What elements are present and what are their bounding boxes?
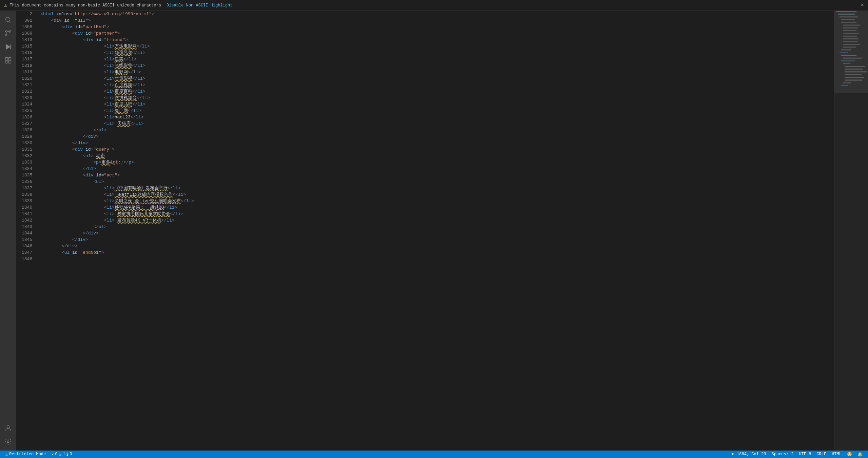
activity-source-control[interactable] xyxy=(2,27,14,39)
svg-point-11 xyxy=(7,426,9,428)
code-line: <li>尖叫之夜-全Live交互演唱会发布</li> xyxy=(40,198,834,204)
code-line: <li>移动APP格局： 超过QQ</li> xyxy=(40,204,834,211)
info-count: 0 xyxy=(70,452,72,457)
warnings-icon: ⚠ xyxy=(59,452,61,457)
notifications-button[interactable]: 🔔 xyxy=(855,451,865,458)
svg-rect-10 xyxy=(8,61,11,63)
restricted-mode-warning-icon: ⚠ xyxy=(5,452,8,457)
line-num: 1820 xyxy=(22,75,32,82)
activity-search[interactable] xyxy=(2,14,14,26)
minimap[interactable] xyxy=(834,11,868,451)
code-line: <li>星美</li> xyxy=(40,56,834,62)
line-num: 1829 xyxy=(22,133,32,140)
code-line: <li>百度百科</li> xyxy=(40,88,834,95)
code-line: <h1> 动态 xyxy=(40,153,834,159)
code-line: <div id="partEnd"> xyxy=(40,24,834,30)
disable-non-ascii-link[interactable]: Disable Non ASCII Highlight xyxy=(167,3,232,8)
code-line: <p>更多&gt;;</p> xyxy=(40,159,834,166)
info-icon: ℹ xyxy=(66,452,68,457)
warnings-count: 1 xyxy=(63,452,65,457)
code-line: </div> xyxy=(40,133,834,140)
code-line: <li>电影网</li> xyxy=(40,69,834,75)
code-line: <li>《中国有嘻哈》发布会举行</li> xyxy=(40,185,834,191)
warning-icon: ⚠ xyxy=(4,2,7,8)
code-content: 2 301 1808 1809 1813 1815 1816 1817 1818… xyxy=(16,11,834,262)
restricted-mode-label: Restricted Mode xyxy=(9,452,46,457)
code-line: </div> xyxy=(40,230,834,236)
code-line: <li>光线影业</li> xyxy=(40,62,834,69)
notification-close-button[interactable]: × xyxy=(861,2,864,8)
code-line: <li> 发布首款4K VR一体机</li> xyxy=(40,217,834,224)
activity-settings[interactable] xyxy=(2,436,14,448)
svg-rect-7 xyxy=(5,58,8,60)
line-num: 1842 xyxy=(22,217,32,224)
line-num: 1835 xyxy=(22,172,32,178)
line-num: 1834 xyxy=(22,166,32,172)
cursor-position[interactable]: Ln 1884, Col 29 xyxy=(727,451,769,458)
feedback-button[interactable]: 😊 xyxy=(844,451,855,458)
code-line: </ul> xyxy=(40,224,834,230)
activity-extensions[interactable] xyxy=(2,54,14,66)
line-num: 1840 xyxy=(22,204,32,211)
svg-point-2 xyxy=(5,31,7,32)
svg-rect-9 xyxy=(5,61,8,63)
activity-run[interactable] xyxy=(2,41,14,53)
svg-rect-8 xyxy=(8,58,11,60)
code-line: <li>央广网</li> xyxy=(40,108,834,114)
code-line: <div id="partner"> xyxy=(40,30,834,37)
editor-container: 2 301 1808 1809 1813 1815 1816 1817 1818… xyxy=(0,11,868,451)
line-num: 301 xyxy=(22,17,32,24)
line-num: 1839 xyxy=(22,198,32,204)
line-num: 1809 xyxy=(22,30,32,37)
activity-bar xyxy=(0,11,16,451)
code-line xyxy=(40,256,834,262)
line-numbers: 2 301 1808 1809 1813 1815 1816 1817 1818… xyxy=(16,11,38,262)
code-editor[interactable]: 2 301 1808 1809 1813 1815 1816 1817 1818… xyxy=(16,11,834,451)
minimap-content xyxy=(834,11,868,451)
svg-line-1 xyxy=(9,21,11,22)
line-num: 1818 xyxy=(22,62,32,69)
line-num: 1838 xyxy=(22,191,32,198)
line-num: 1828 xyxy=(22,127,32,133)
line-num: 1836 xyxy=(22,178,32,185)
line-num: 1813 xyxy=(22,37,32,43)
code-line: <li>百度视频</li> xyxy=(40,82,834,88)
line-num: 1819 xyxy=(22,69,32,75)
encoding[interactable]: UTF-8 xyxy=(796,451,814,458)
indentation[interactable]: Spaces: 2 xyxy=(769,451,796,458)
errors-icon: ✕ xyxy=(51,452,54,457)
notification-message: This document contains many non-basic AS… xyxy=(9,3,161,8)
line-num: 1816 xyxy=(22,50,32,56)
line-num: 1846 xyxy=(22,243,32,249)
code-line: <ul id="endNo1"> xyxy=(40,249,834,256)
code-line: <li>百度貼吧</li> xyxy=(40,101,834,108)
restricted-mode-indicator[interactable]: ⚠ Restricted Mode xyxy=(3,451,49,458)
line-num: 1841 xyxy=(22,211,32,217)
code-line: <li>华谊兄弟</li> xyxy=(40,50,834,56)
line-num: 1826 xyxy=(22,114,32,120)
svg-marker-5 xyxy=(6,44,11,50)
line-num: 1848 xyxy=(22,256,32,262)
activity-account[interactable] xyxy=(2,422,14,434)
line-num: 1822 xyxy=(22,88,32,95)
code-line: <div id="query"> xyxy=(40,146,834,153)
line-ending[interactable]: CRLF xyxy=(814,451,829,458)
code-line: <div id="friend"> xyxy=(40,37,834,43)
code-line: </ul> xyxy=(40,127,834,133)
language-mode[interactable]: HTML xyxy=(829,451,844,458)
editor-area: 2 301 1808 1809 1813 1815 1816 1817 1818… xyxy=(16,11,868,451)
line-num: 1825 xyxy=(22,108,32,114)
code-line: <div id="act"> xyxy=(40,172,834,178)
code-lines: <html xmlns="http://www.w3.org/1999/xhtm… xyxy=(38,11,834,262)
line-num: 1845 xyxy=(22,236,32,243)
svg-point-4 xyxy=(5,34,7,36)
errors-count: 0 xyxy=(55,452,58,457)
code-line: </div> xyxy=(40,236,834,243)
errors-indicator[interactable]: ✕ 0 ⚠ 1 ℹ 0 xyxy=(49,451,75,458)
code-line: <li>万达电影网</li> xyxy=(40,43,834,50)
code-line: <li>微博视频台</li> xyxy=(40,95,834,101)
line-num: 1844 xyxy=(22,230,32,236)
notification-bar: ⚠ This document contains many non-basic … xyxy=(0,0,868,11)
code-line: <li>hao123</li> xyxy=(40,114,834,120)
code-line: </div> xyxy=(40,140,834,146)
